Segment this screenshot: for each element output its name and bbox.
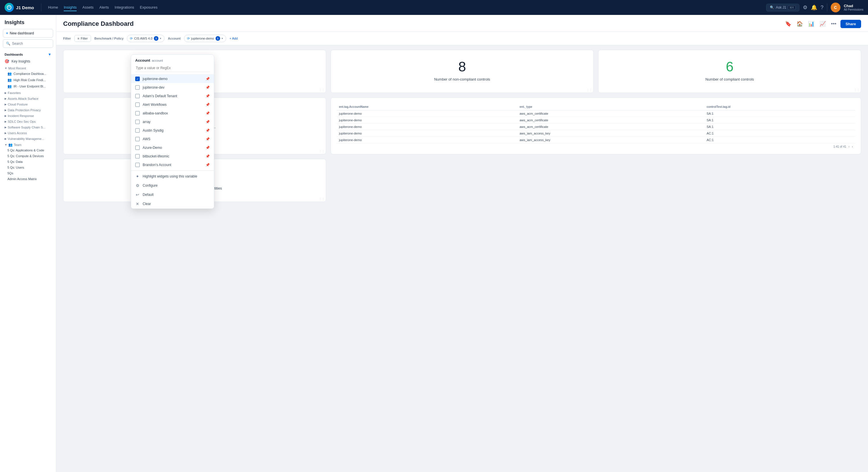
- sidebar-group-most-recent[interactable]: ▼ Most Recent: [0, 65, 56, 71]
- checkbox-icon: [135, 94, 140, 98]
- dropdown-item[interactable]: alibaba-sandbox 📌: [131, 109, 214, 117]
- sidebar-group-team[interactable]: ▼ 👥 Team: [0, 142, 56, 147]
- benchmark-chip[interactable]: ⟳ CIS AWS 4.0 1 ▾: [127, 35, 164, 42]
- checkbox-icon: [135, 102, 140, 107]
- resize-icon-4[interactable]: ⋮⋮: [319, 197, 324, 200]
- dropdown-item[interactable]: ✓ jupiterone-demo 📌: [131, 74, 214, 83]
- filter-bar: Filter ≡ Filter Benchmark / Policy ⟳ CIS…: [56, 32, 868, 45]
- dropdown-item[interactable]: array 📌: [131, 117, 214, 126]
- account-icon: ⟳: [187, 37, 190, 40]
- filter-button[interactable]: ≡ Filter: [74, 35, 91, 42]
- team-label: Team: [14, 143, 22, 146]
- dropdown-item[interactable]: Brandon's Account 📌: [131, 161, 214, 169]
- benchmark-label: Benchmark / Policy: [94, 37, 124, 40]
- pin-icon: 📌: [206, 146, 210, 150]
- avatar[interactable]: C: [831, 3, 840, 12]
- nav-insights[interactable]: Insights: [64, 4, 76, 11]
- table-row[interactable]: jupiterone-demo aws_iam_access_key AC:1: [337, 130, 855, 137]
- resize-icon-2[interactable]: ⋮⋮: [854, 88, 860, 92]
- dropdown-subtitle: account: [152, 59, 163, 62]
- notifications-button[interactable]: 🔔: [811, 4, 817, 11]
- sidebar-item-key-insights[interactable]: 🎯 Key Insights: [0, 58, 56, 65]
- table-row[interactable]: jupiterone-demo aws_iam_access_key AC:1: [337, 137, 855, 143]
- sidebar-group-cloud[interactable]: ▶ Cloud Posture: [0, 102, 56, 107]
- dropdown-item-label: Alert Workflows: [143, 103, 166, 107]
- app-logo[interactable]: J1 Demo: [5, 3, 34, 12]
- checkbox-icon: [135, 85, 140, 90]
- sidebar-sub-ir[interactable]: 👥 IR - User Endpoint Bl...: [0, 83, 56, 90]
- sidebar-group-favorites[interactable]: ▶ Favorites: [0, 90, 56, 95]
- sidebar-group-sdlc[interactable]: ▶ SDLC Dev Sec Ops: [0, 119, 56, 124]
- action-icon: ✦: [135, 174, 140, 179]
- dropdown-search-input[interactable]: [135, 64, 210, 72]
- nav-integrations[interactable]: Integrations: [115, 4, 134, 11]
- dropdown-action[interactable]: ✦ Highlight widgets using this variable: [131, 172, 214, 181]
- sidebar-sub-team-1[interactable]: 5 Qs: Compute & Devices: [0, 153, 56, 159]
- home-button[interactable]: 🏠: [795, 20, 804, 28]
- benchmark-icon: ⟳: [130, 37, 133, 40]
- dropdown-item[interactable]: Azure-Demo 📌: [131, 143, 214, 152]
- sidebar-group-incident[interactable]: ▶ Incident Response: [0, 113, 56, 118]
- nav-alerts[interactable]: Alerts: [99, 4, 109, 11]
- vuln-label: Vulnerability Manageme...: [8, 137, 44, 140]
- dropdown-action[interactable]: ⚙ Configure: [131, 181, 214, 190]
- nav-home[interactable]: Home: [48, 4, 58, 11]
- next-page-button[interactable]: ›: [852, 145, 853, 148]
- sidebar-group-software[interactable]: ▶ Software Supply Chain S...: [0, 125, 56, 130]
- dashboard-icon-3: 👥: [7, 84, 12, 88]
- resize-icon-3[interactable]: ⋮⋮: [319, 150, 324, 153]
- search-button[interactable]: 🔍 Search: [3, 39, 53, 48]
- dropdown-action[interactable]: ↩ Default: [131, 190, 214, 199]
- settings-button[interactable]: ⚙: [803, 4, 807, 11]
- account-label: Account: [168, 37, 181, 40]
- top-nav: J1 Demo Home Insights Assets Alerts Inte…: [0, 0, 868, 15]
- chart-button[interactable]: 📊: [807, 20, 815, 28]
- dropdown-item-label: Adam's Default Tenant: [143, 94, 177, 98]
- add-widget-button[interactable]: 📈: [818, 20, 827, 28]
- table-row[interactable]: jupiterone-demo aws_acm_certificate SA:1: [337, 117, 855, 124]
- sidebar-group-vuln[interactable]: ▶ Vulnerability Manageme...: [0, 136, 56, 141]
- sidebar-sub-compliance[interactable]: 👥 Compliance Dashboa...: [0, 71, 56, 77]
- widget-1-number: 8: [337, 56, 588, 74]
- user-role: All Permissions: [844, 8, 863, 11]
- sidebar-group-assets[interactable]: ▶ Assets Attack Surface: [0, 96, 56, 101]
- nav-assets[interactable]: Assets: [82, 4, 94, 11]
- sidebar-sub-team-4[interactable]: 5Qs: [0, 170, 56, 176]
- dropdown-item[interactable]: Adam's Default Tenant 📌: [131, 92, 214, 100]
- filter-icon[interactable]: ▼: [48, 53, 51, 57]
- nav-exposures[interactable]: Exposures: [140, 4, 157, 11]
- sidebar-sub-team-0[interactable]: 5 Qs: Applications & Code: [0, 147, 56, 153]
- table-row[interactable]: jupiterone-demo aws_acm_certificate SA:1: [337, 124, 855, 130]
- new-dashboard-button[interactable]: + New dashboard: [3, 29, 53, 38]
- dropdown-item[interactable]: bitbucket-lifeomic 📌: [131, 152, 214, 161]
- sidebar-sub-team-5[interactable]: Admin Access Matrix: [0, 176, 56, 182]
- more-button[interactable]: •••: [830, 20, 838, 28]
- sidebar-sub-highRisk[interactable]: 👥 High Risk Code Findi...: [0, 77, 56, 83]
- prev-page-button[interactable]: ‹: [848, 145, 849, 148]
- cell-type: aws_iam_access_key: [517, 130, 704, 137]
- share-button[interactable]: Share: [840, 20, 861, 28]
- sidebar-sub-team-3[interactable]: 5 Qs: Users: [0, 165, 56, 170]
- dropdown-item[interactable]: AWS 📌: [131, 135, 214, 143]
- help-button[interactable]: ?: [820, 5, 824, 11]
- resize-icon[interactable]: ⋮⋮: [319, 88, 324, 92]
- col-header-0: ent.tag.AccountName: [337, 103, 517, 110]
- table-row[interactable]: jupiterone-demo aws_acm_certificate SA:1: [337, 110, 855, 117]
- sidebar-group-users[interactable]: ▶ Users Access: [0, 130, 56, 135]
- software-label: Software Supply Chain S...: [8, 126, 45, 129]
- dropdown-item[interactable]: jupiterone-dev 📌: [131, 83, 214, 92]
- dropdown-item[interactable]: Austin Sysdig 📌: [131, 126, 214, 135]
- dropdown-item[interactable]: Alert Workflows 📌: [131, 100, 214, 109]
- dropdown-action[interactable]: ✕ Clear: [131, 199, 214, 208]
- ask-j1-button[interactable]: 🔍 Ask J1 ⌘K: [766, 4, 799, 11]
- sidebar-sub-team-2[interactable]: 5 Qs: Data: [0, 159, 56, 165]
- add-filter-button[interactable]: + Add: [229, 37, 238, 40]
- bookmark-button[interactable]: 🔖: [784, 20, 793, 28]
- checkbox-icon: [135, 145, 140, 150]
- sidebar-group-data[interactable]: ▶ Data Protection Privacy: [0, 107, 56, 112]
- widget-2-number: 6: [604, 56, 855, 74]
- pin-icon: 📌: [206, 103, 210, 107]
- filter-btn-label: Filter: [81, 37, 88, 40]
- account-chip[interactable]: ⟳ jupiterone-demo 1 ▾: [184, 35, 226, 42]
- resize-icon-1[interactable]: ⋮⋮: [586, 88, 592, 92]
